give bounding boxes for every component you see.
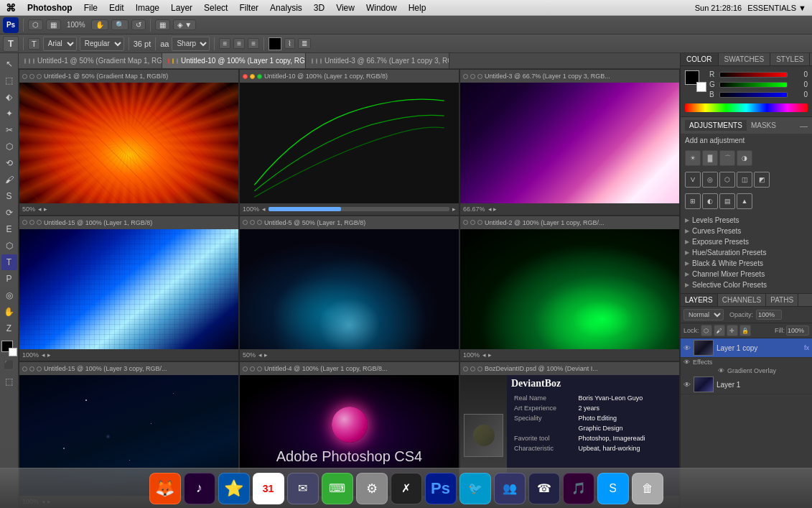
menu-select[interactable]: Select <box>204 3 228 13</box>
crop-tool[interactable]: ✂ <box>1 122 17 138</box>
fill-input[interactable] <box>786 325 809 336</box>
fg-bg-swatches[interactable] <box>685 70 706 92</box>
adj-btn-exposure[interactable]: ◑ <box>737 150 752 166</box>
adj-btn-posterize[interactable]: ▤ <box>719 193 735 209</box>
menu-window[interactable]: Window <box>366 3 397 13</box>
adj-btn-colorbalance[interactable]: ⬡ <box>719 172 735 188</box>
canvas-cell-1[interactable]: Untitled-10 @ 100% (Layer 1 copy, RGB/8)… <box>239 69 459 216</box>
hscroll-thumb-1[interactable] <box>269 207 341 211</box>
cell-nav-5[interactable]: ◂ ▸ <box>482 351 492 359</box>
tab-minimize-2[interactable] <box>316 58 317 64</box>
canvas-cell-0[interactable]: Untitled-1 @ 50% (Gradient Map 1, RGB/8)… <box>19 69 239 216</box>
adj-preset-5[interactable]: ▶ Channel Mixer Presets <box>681 269 812 280</box>
cell-nav-3[interactable]: ◂ ▸ <box>42 351 51 359</box>
cell-nav-2[interactable]: ◂ ▸ <box>488 205 498 213</box>
dock-safari[interactable]: ⭐ <box>218 473 250 504</box>
layer-item-0[interactable]: 👁 Layer 1 copy fx <box>681 338 812 358</box>
toolbar-layout-btn[interactable]: ▦ <box>46 19 61 30</box>
lock-transparent-btn[interactable]: ⬡ <box>701 325 712 336</box>
tab-minimize-0[interactable] <box>29 58 30 64</box>
bg-color-box[interactable] <box>696 82 706 92</box>
lock-all-btn[interactable]: 🔒 <box>739 325 751 336</box>
adj-preset-1[interactable]: ▶ Curves Presets <box>681 226 812 236</box>
adj-preset-6[interactable]: ▶ Selective Color Presets <box>681 280 812 290</box>
menu-photoshop[interactable]: Photoshop <box>27 3 73 13</box>
lock-image-btn[interactable]: 🖌 <box>714 325 725 336</box>
warp-text-btn[interactable]: ⌇ <box>284 38 295 49</box>
dock-photoshop[interactable]: Ps <box>425 473 457 504</box>
cell-nav-1[interactable]: ◂ <box>262 205 266 213</box>
tab-close-1[interactable] <box>168 58 169 64</box>
lasso-tool[interactable]: ⬖ <box>1 89 17 105</box>
effects-eye[interactable]: 👁 <box>683 359 690 366</box>
fg-color-swatch[interactable] <box>1 341 17 356</box>
dock-contacts[interactable]: 👥 <box>494 473 526 504</box>
adj-btn-invert[interactable]: ◐ <box>702 193 718 209</box>
screen-mode-btn[interactable]: ⬚ <box>1 374 17 389</box>
brush-tool[interactable]: 🖌 <box>1 172 17 188</box>
arrange-btn[interactable]: ▦ <box>155 19 170 30</box>
tab-fullscreen-1[interactable] <box>177 58 178 64</box>
menu-edit[interactable]: Edit <box>109 3 124 13</box>
dock-itunes[interactable]: ♪ <box>184 473 215 504</box>
r-slider[interactable] <box>719 72 788 78</box>
history-brush[interactable]: ⟳ <box>1 205 17 221</box>
marquee-tool[interactable]: ⬚ <box>1 73 17 88</box>
adj-btn-channelmix[interactable]: ⊞ <box>685 193 701 209</box>
essentials-button[interactable]: ESSENTIALS ▼ <box>747 4 806 12</box>
magic-wand-tool[interactable]: ✦ <box>1 106 17 121</box>
opacity-input[interactable] <box>756 310 782 320</box>
gradient-tool[interactable]: ⬡ <box>1 238 17 254</box>
dock-music[interactable]: 🎵 <box>563 473 594 504</box>
dock-messenger[interactable]: ⌨ <box>322 473 353 504</box>
adj-preset-0[interactable]: ▶ Levels Presets <box>681 215 812 226</box>
adj-btn-curves[interactable]: ⌒ <box>719 150 735 166</box>
font-style-select[interactable]: Regular <box>80 37 124 51</box>
shape-tool[interactable]: ◎ <box>1 287 17 303</box>
adj-btn-bw[interactable]: ◫ <box>737 172 752 188</box>
tab-layers[interactable]: LAYERS <box>681 294 718 306</box>
align-center-btn[interactable]: ≡ <box>233 38 245 49</box>
b-slider[interactable] <box>719 92 788 98</box>
type-tool[interactable]: T <box>1 254 17 270</box>
dock-firefox[interactable]: 🦊 <box>149 473 181 504</box>
menu-image[interactable]: Image <box>136 3 159 13</box>
cell-nav-right-1[interactable]: ▸ <box>452 205 456 213</box>
doc-tab-0[interactable]: Untitled-1 @ 50% (Gradient Map 1, RGB/..… <box>19 53 162 68</box>
cell-nav-4[interactable]: ◂ ▸ <box>258 351 268 359</box>
dock-x-app[interactable]: ✗ <box>391 473 422 504</box>
tab-masks[interactable]: MASKS <box>747 120 780 131</box>
menu-layer[interactable]: Layer <box>171 3 192 13</box>
aa-mode-select[interactable]: Sharp <box>172 37 210 51</box>
layer-eye-0[interactable]: 👁 <box>683 344 691 352</box>
font-family-select[interactable]: Arial <box>43 37 77 51</box>
pen-tool[interactable]: P <box>1 271 17 287</box>
menu-file[interactable]: File <box>84 3 98 13</box>
zoom-tool[interactable]: Z <box>1 320 17 336</box>
color-spectrum[interactable] <box>685 103 808 112</box>
move-tool[interactable]: ↖ <box>1 56 17 72</box>
eraser-tool[interactable]: E <box>1 221 17 237</box>
menu-3d[interactable]: 3D <box>314 3 325 13</box>
dock-trash[interactable]: 🗑 <box>632 473 663 504</box>
cell-nav-0[interactable]: ◂ ▸ <box>38 205 47 213</box>
rotate-tool-btn[interactable]: ↺ <box>131 19 146 30</box>
canvas-cell-2[interactable]: Untitled-3 @ 66.7% (Layer 1 copy 3, RGB.… <box>459 69 680 216</box>
type-tool-btn[interactable]: T <box>3 36 19 52</box>
eyedropper-tool[interactable]: ⬡ <box>1 139 17 154</box>
dock-bird-app[interactable]: 🐦 <box>459 473 491 504</box>
healing-tool[interactable]: ⟲ <box>1 155 17 171</box>
menu-view[interactable]: View <box>336 3 355 13</box>
layer-eye-1[interactable]: 👁 <box>683 381 691 389</box>
doc-tab-2[interactable]: Untitled-3 @ 66.7% (Layer 1 copy 3, RGB.… <box>306 53 449 68</box>
clone-tool[interactable]: S <box>1 188 17 204</box>
adj-btn-brightness[interactable]: ☀ <box>685 150 701 166</box>
adj-btn-threshold[interactable]: ▲ <box>737 193 752 209</box>
align-right-btn[interactable]: ≡ <box>248 38 259 49</box>
zoom-tool-btn[interactable]: 🔍 <box>111 19 129 30</box>
tab-minimize-1[interactable] <box>172 58 174 64</box>
dock-skype[interactable]: S <box>597 473 629 504</box>
toolbar-options-btn[interactable]: ⬡ <box>28 19 43 30</box>
dock-ical[interactable]: 31 <box>253 473 284 504</box>
tab-channels[interactable]: CHANNELS <box>718 294 766 306</box>
